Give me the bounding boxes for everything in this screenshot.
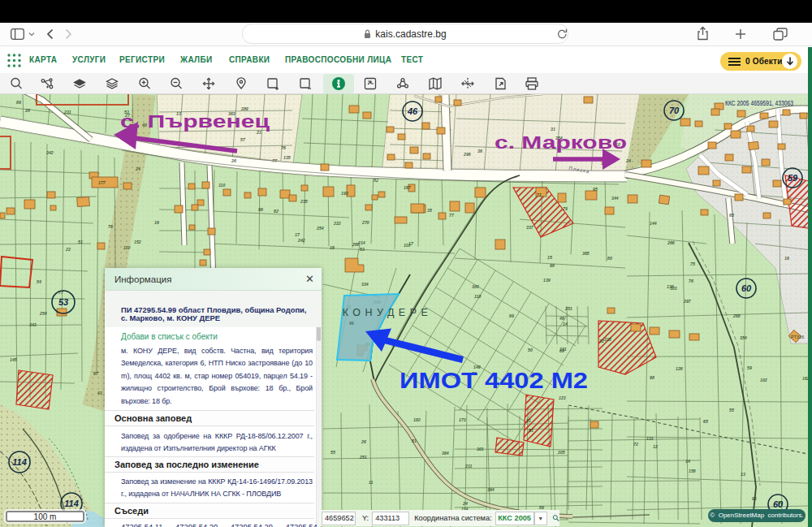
svg-text:14: 14 bbox=[563, 322, 568, 326]
svg-text:334: 334 bbox=[361, 282, 369, 287]
svg-text:81: 81 bbox=[778, 500, 783, 505]
svg-text:13: 13 bbox=[741, 472, 745, 477]
svg-text:205: 205 bbox=[557, 450, 565, 455]
svg-text:95: 95 bbox=[593, 187, 598, 192]
svg-text:26: 26 bbox=[361, 439, 366, 444]
svg-text:167: 167 bbox=[404, 185, 412, 190]
svg-text:76: 76 bbox=[281, 145, 286, 150]
svg-text:59: 59 bbox=[747, 365, 752, 370]
svg-text:36: 36 bbox=[477, 149, 482, 153]
svg-text:268: 268 bbox=[732, 313, 741, 318]
svg-text:24: 24 bbox=[135, 166, 140, 171]
svg-text:110: 110 bbox=[123, 245, 130, 250]
svg-text:53: 53 bbox=[58, 297, 68, 307]
svg-text:96: 96 bbox=[258, 207, 263, 212]
svg-text:с. Първенец: с. Първенец bbox=[120, 111, 270, 132]
svg-text:297: 297 bbox=[683, 299, 692, 304]
svg-text:80: 80 bbox=[607, 256, 612, 261]
svg-text:265: 265 bbox=[352, 242, 360, 247]
svg-text:82: 82 bbox=[374, 178, 378, 183]
svg-text:337: 337 bbox=[526, 225, 534, 230]
svg-text:211: 211 bbox=[464, 464, 472, 469]
svg-text:99: 99 bbox=[349, 321, 354, 326]
svg-text:53: 53 bbox=[360, 247, 365, 252]
svg-text:354: 354 bbox=[740, 335, 747, 340]
svg-text:300: 300 bbox=[472, 284, 479, 289]
svg-text:254: 254 bbox=[316, 226, 324, 231]
svg-text:118: 118 bbox=[474, 294, 481, 299]
svg-text:14: 14 bbox=[685, 459, 690, 464]
svg-text:61: 61 bbox=[529, 428, 533, 433]
svg-text:12: 12 bbox=[653, 444, 658, 449]
svg-text:69: 69 bbox=[16, 100, 21, 105]
svg-text:145: 145 bbox=[10, 357, 17, 362]
svg-text:46: 46 bbox=[559, 316, 564, 321]
svg-text:55: 55 bbox=[330, 450, 335, 455]
svg-text:46: 46 bbox=[407, 106, 418, 116]
svg-text:76: 76 bbox=[689, 279, 693, 283]
svg-text:251: 251 bbox=[359, 455, 367, 460]
svg-text:158: 158 bbox=[689, 469, 696, 473]
svg-text:123: 123 bbox=[559, 395, 566, 400]
svg-text:193: 193 bbox=[341, 191, 348, 196]
svg-text:98: 98 bbox=[550, 263, 555, 268]
svg-text:182: 182 bbox=[413, 417, 421, 422]
svg-text:231: 231 bbox=[63, 110, 71, 114]
svg-text:342: 342 bbox=[46, 150, 54, 155]
svg-text:135: 135 bbox=[283, 155, 291, 160]
svg-text:191: 191 bbox=[559, 347, 567, 352]
svg-text:91: 91 bbox=[752, 496, 757, 501]
svg-text:11: 11 bbox=[369, 480, 373, 485]
svg-text:139: 139 bbox=[543, 278, 551, 283]
svg-text:79: 79 bbox=[563, 206, 568, 211]
svg-text:365: 365 bbox=[582, 251, 590, 256]
svg-text:31: 31 bbox=[551, 127, 555, 132]
svg-text:364: 364 bbox=[487, 487, 495, 492]
svg-text:75: 75 bbox=[690, 261, 695, 266]
svg-text:76: 76 bbox=[108, 224, 113, 229]
svg-text:60: 60 bbox=[741, 283, 752, 293]
svg-text:82: 82 bbox=[274, 209, 279, 214]
svg-text:364: 364 bbox=[442, 451, 449, 456]
svg-text:22: 22 bbox=[598, 339, 604, 343]
svg-text:50: 50 bbox=[528, 348, 533, 352]
svg-text:296: 296 bbox=[463, 152, 471, 157]
svg-text:70: 70 bbox=[669, 106, 680, 115]
svg-text:254: 254 bbox=[39, 311, 47, 316]
svg-text:152: 152 bbox=[134, 240, 141, 244]
svg-text:ККС 2005 4659591, 433063: ККС 2005 4659591, 433063 bbox=[725, 99, 793, 107]
svg-text:28: 28 bbox=[24, 108, 30, 113]
svg-text:344: 344 bbox=[611, 196, 619, 201]
svg-text:173: 173 bbox=[459, 417, 466, 422]
svg-text:65: 65 bbox=[729, 213, 734, 218]
svg-text:с. Марково: с. Марково bbox=[495, 132, 627, 153]
svg-text:144: 144 bbox=[650, 221, 657, 226]
svg-text:24: 24 bbox=[462, 501, 468, 506]
svg-text:72: 72 bbox=[633, 442, 638, 447]
svg-text:16: 16 bbox=[154, 220, 159, 225]
svg-text:26: 26 bbox=[231, 158, 236, 163]
svg-text:114: 114 bbox=[12, 457, 27, 467]
svg-text:270: 270 bbox=[361, 220, 369, 225]
svg-text:PT316: PT316 bbox=[791, 335, 804, 339]
svg-text:22: 22 bbox=[65, 247, 71, 252]
svg-text:177: 177 bbox=[98, 180, 106, 185]
svg-text:69: 69 bbox=[509, 313, 514, 318]
svg-text:110: 110 bbox=[218, 183, 225, 188]
svg-text:266: 266 bbox=[667, 240, 675, 245]
svg-text:59: 59 bbox=[788, 173, 798, 183]
svg-text:31: 31 bbox=[526, 418, 531, 423]
svg-text:136: 136 bbox=[667, 284, 674, 289]
svg-text:41: 41 bbox=[97, 391, 102, 395]
svg-text:98: 98 bbox=[650, 375, 654, 380]
svg-text:131: 131 bbox=[646, 436, 654, 441]
svg-text:51: 51 bbox=[78, 240, 83, 244]
svg-text:126: 126 bbox=[676, 366, 683, 371]
svg-text:54: 54 bbox=[37, 279, 41, 284]
svg-text:71: 71 bbox=[537, 192, 542, 197]
svg-text:102: 102 bbox=[760, 378, 767, 382]
svg-text:35: 35 bbox=[427, 208, 432, 213]
svg-text:16: 16 bbox=[784, 256, 789, 261]
svg-text:77: 77 bbox=[272, 158, 278, 163]
svg-text:343: 343 bbox=[29, 322, 37, 327]
